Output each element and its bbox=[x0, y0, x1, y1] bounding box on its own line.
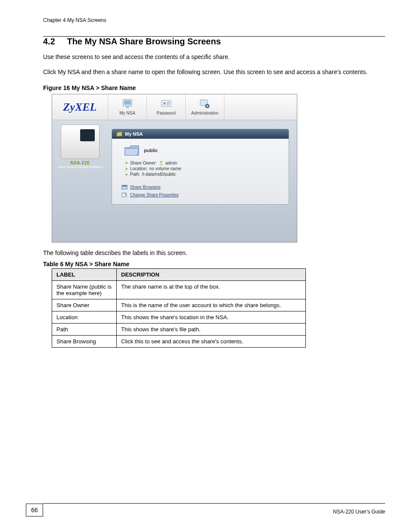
screenshot-frame: ZyXEL My NSA bbox=[52, 94, 297, 243]
tab-my-nsa[interactable]: My NSA bbox=[108, 94, 147, 120]
tab-administration[interactable]: Administration bbox=[186, 94, 224, 120]
table-row: Share Browsing Click this to see and acc… bbox=[52, 336, 306, 348]
location-value: no volume name bbox=[149, 166, 181, 171]
path-value: /i-data/md0/public bbox=[142, 172, 176, 177]
cell-desc: This shows the share's file path. bbox=[117, 324, 306, 336]
user-icon bbox=[159, 160, 164, 165]
tab-administration-label: Administration bbox=[191, 111, 218, 115]
panel-title-bar: My NSA bbox=[112, 129, 289, 139]
share-owner-label: Share Owner: bbox=[130, 161, 157, 165]
table-row: Share Owner This is the name of the user… bbox=[52, 299, 306, 311]
device-tagline: Home Network Storage Appliance bbox=[57, 165, 103, 169]
monitor-icon bbox=[121, 99, 134, 109]
folder-icon bbox=[116, 131, 122, 137]
location-label: Location: bbox=[130, 166, 148, 171]
footer-guide: NSA-220 User's Guide bbox=[26, 508, 385, 515]
app-topbar: ZyXEL My NSA bbox=[52, 94, 297, 120]
device-image bbox=[61, 124, 100, 159]
browse-icon bbox=[121, 184, 128, 190]
section-title: The My NSA Share Browsing Screens bbox=[67, 37, 221, 46]
change-share-properties-link[interactable]: Change Share Properties bbox=[121, 192, 281, 197]
cell-desc: The share name is at the top of the box. bbox=[117, 281, 306, 299]
svg-point-4 bbox=[163, 103, 165, 105]
brand-logo: ZyXEL bbox=[52, 94, 108, 120]
cell-desc: This is the name of the user account to … bbox=[117, 299, 306, 311]
content-panel: My NSA public ➤ Share Owner: bbox=[112, 129, 289, 205]
svg-rect-2 bbox=[126, 107, 129, 108]
section-intro-1: Use these screens to see and access the … bbox=[43, 53, 385, 62]
share-name-label: public bbox=[144, 148, 158, 153]
cell-desc: Click this to see and access the share's… bbox=[117, 336, 306, 348]
share-browsing-label: Share Browsing bbox=[130, 185, 161, 190]
share-owner-value: admin bbox=[165, 161, 177, 165]
share-browsing-link[interactable]: Share Browsing bbox=[121, 184, 281, 190]
cell-label: Share Browsing bbox=[52, 336, 117, 348]
cell-label: Share Owner bbox=[52, 299, 117, 311]
panel-title: My NSA bbox=[125, 131, 143, 137]
sidebar: NSA-220 Home Network Storage Appliance bbox=[52, 120, 108, 242]
col-desc-header: DESCRIPTION bbox=[117, 269, 306, 281]
section-intro-2: Click My NSA and then a share name to op… bbox=[43, 68, 385, 77]
svg-point-10 bbox=[160, 161, 162, 163]
table-row: Location This shows the share's location… bbox=[52, 311, 306, 324]
bullet-icon: ➤ bbox=[125, 167, 128, 171]
table-caption: Table 6 My NSA > Share Name bbox=[43, 261, 385, 268]
share-folder-icon bbox=[124, 144, 140, 157]
svg-rect-5 bbox=[166, 103, 170, 103]
chapter-header: Chapter 4 My NSA Screens bbox=[43, 17, 385, 23]
path-label: Path: bbox=[130, 172, 140, 177]
tab-my-nsa-label: My NSA bbox=[119, 111, 135, 115]
properties-icon bbox=[121, 192, 128, 197]
labels-table: LABEL DESCRIPTION Share Name (public is … bbox=[52, 268, 306, 348]
id-card-icon bbox=[160, 99, 172, 109]
change-share-properties-label: Change Share Properties bbox=[130, 193, 179, 197]
table-row: Share Name (public is the example here) … bbox=[52, 281, 306, 299]
col-label-header: LABEL bbox=[52, 269, 117, 281]
page-number: 66 bbox=[26, 504, 43, 516]
figure-caption: Figure 16 My NSA > Share Name bbox=[43, 84, 385, 91]
bullet-icon: ➤ bbox=[125, 161, 128, 165]
rule-bottom bbox=[43, 503, 385, 504]
svg-rect-6 bbox=[166, 104, 169, 105]
table-intro: The following table describes the labels… bbox=[43, 249, 385, 256]
svg-rect-12 bbox=[122, 185, 127, 187]
table-row: Path This shows the share's file path. bbox=[52, 324, 306, 336]
cell-label: Path bbox=[52, 324, 117, 336]
svg-rect-1 bbox=[124, 100, 131, 104]
bullet-icon: ➤ bbox=[125, 172, 128, 177]
device-model: NSA-220 bbox=[71, 161, 90, 165]
cell-label: Location bbox=[52, 311, 117, 324]
svg-rect-3 bbox=[161, 100, 171, 106]
svg-point-9 bbox=[206, 105, 208, 107]
cell-label: Share Name (public is the example here) bbox=[52, 281, 117, 299]
tab-password[interactable]: Password bbox=[147, 94, 186, 120]
admin-gear-icon bbox=[199, 99, 211, 109]
section-number: 4.2 bbox=[43, 37, 55, 46]
tab-password-label: Password bbox=[157, 111, 176, 115]
cell-desc: This shows the share's location in the N… bbox=[117, 311, 306, 324]
